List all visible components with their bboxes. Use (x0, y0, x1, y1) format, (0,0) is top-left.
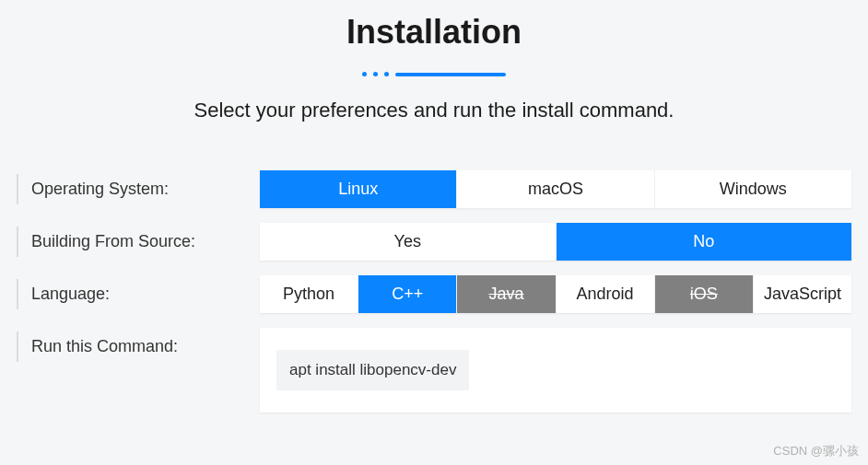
os-option-windows[interactable]: Windows (655, 170, 851, 208)
source-option-row: YesNo (260, 223, 851, 261)
label-source: Building From Source: (17, 227, 230, 257)
source-option-yes[interactable]: Yes (260, 223, 557, 261)
command-box: apt install libopencv-dev (260, 328, 851, 413)
label-os: Operating System: (17, 174, 230, 204)
os-option-linux[interactable]: Linux (260, 170, 457, 208)
language-option-row: PythonC++JavaAndroidiOSJavaScript (260, 275, 851, 313)
language-option-javascript[interactable]: JavaScript (754, 275, 851, 313)
label-language: Language: (17, 279, 230, 309)
title-divider (17, 72, 851, 76)
command-text[interactable]: apt install libopencv-dev (276, 350, 469, 390)
language-option-java: Java (457, 275, 556, 313)
page-subtitle: Select your preferences and run the inst… (17, 99, 851, 122)
source-option-no[interactable]: No (557, 223, 852, 261)
language-option-android[interactable]: Android (557, 275, 655, 313)
os-option-row: LinuxmacOSWindows (260, 170, 851, 208)
label-command: Run this Command: (17, 331, 230, 362)
language-option-ios: iOS (655, 275, 754, 313)
os-option-macos[interactable]: macOS (457, 170, 654, 208)
language-option-python[interactable]: Python (260, 275, 358, 313)
page-title: Installation (17, 13, 851, 52)
language-option-cpppp[interactable]: C++ (358, 275, 457, 313)
watermark: CSDN @骡小孩 (773, 443, 859, 459)
